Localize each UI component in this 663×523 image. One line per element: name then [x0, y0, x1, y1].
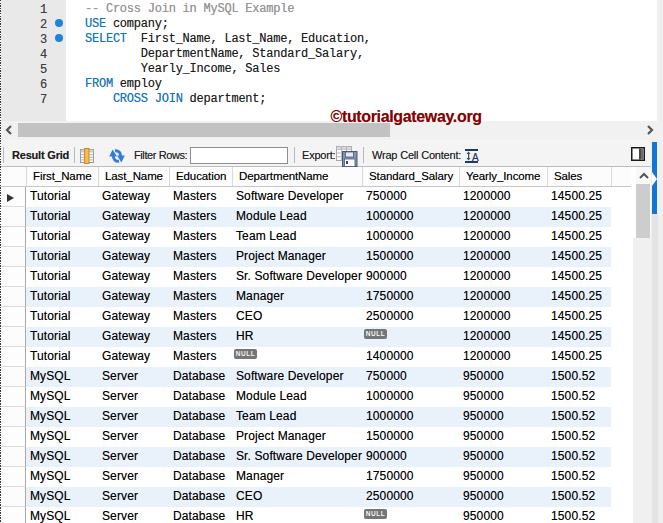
svg-text:A: A [472, 152, 479, 163]
